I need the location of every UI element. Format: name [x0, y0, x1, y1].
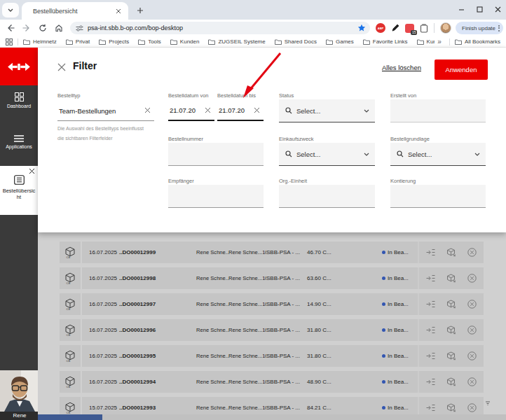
home-button[interactable] — [53, 22, 64, 34]
bookmark-star-icon[interactable] — [357, 24, 366, 32]
bookmark-label: Kunden — [180, 38, 200, 45]
datum-bis-value: 21.07.20 — [217, 106, 251, 114]
browser-tab[interactable]: Bestellübersicht — [22, 2, 128, 20]
bestellnummer-label: Bestellnummer — [168, 136, 203, 142]
reload-button[interactable] — [37, 22, 48, 34]
apply-button[interactable]: Anwenden — [435, 59, 488, 80]
dashboard-icon — [0, 92, 38, 102]
chevron-down-icon — [8, 8, 13, 12]
order-list-icon — [0, 175, 38, 185]
datum-von-field[interactable]: 21.07.20 — [168, 101, 214, 121]
sidebar-item-applications[interactable]: Applications — [0, 135, 38, 149]
folder-icon — [23, 39, 30, 45]
bookmark-label: Shared Docs — [285, 38, 317, 45]
kontierung-field[interactable] — [390, 185, 486, 208]
url-text[interactable]: psa-int.sbb.b-op.com/bop-desktop — [88, 24, 357, 31]
clear-bestelltyp-icon[interactable] — [144, 107, 151, 114]
back-button[interactable] — [5, 22, 16, 34]
einkaufszweck-select[interactable]: Select... — [279, 143, 375, 166]
bookmarks-overflow-chevron[interactable]: » — [437, 38, 442, 46]
bookmark-item[interactable]: Heimnetz — [23, 38, 57, 45]
apps-grid-icon[interactable] — [6, 38, 13, 46]
bestelltyp-hint-1: Die Auswahl des Bestelltyps beeinflusst — [57, 126, 144, 131]
close-tab-icon[interactable] — [29, 168, 36, 175]
clear-all-link[interactable]: Alles löschen — [382, 64, 421, 71]
toolbar-divider — [434, 23, 435, 33]
clear-datum-bis-icon[interactable] — [254, 107, 261, 114]
datum-von-value: 21.07.20 — [168, 106, 202, 114]
erstellt-von-field[interactable] — [390, 99, 486, 122]
folder-icon — [275, 39, 282, 45]
status-placeholder: Select... — [296, 107, 364, 115]
minimize-button[interactable] — [457, 5, 465, 13]
site-settings-icon[interactable] — [76, 25, 83, 31]
bookmark-label: Favorite Links — [373, 38, 408, 45]
empfaenger-field[interactable] — [168, 185, 264, 208]
sbb-logo[interactable] — [0, 48, 38, 85]
browser-menu-icon[interactable] — [498, 25, 500, 31]
bookmark-item[interactable]: Kunden — [170, 38, 200, 45]
browser-toolbar: psa-int.sbb.b-op.com/bop-desktop ABP 15 … — [0, 20, 506, 36]
search-icon — [397, 150, 404, 158]
bookmark-item[interactable]: Kunden Boards — [417, 38, 435, 45]
folder-icon — [363, 39, 370, 45]
maximize-button[interactable] — [475, 5, 484, 13]
bookmarks-divider-2 — [449, 38, 450, 46]
bestellgrundlage-select[interactable]: Select... — [390, 143, 486, 166]
folder-icon — [99, 39, 106, 45]
sbb-logo-icon — [7, 61, 31, 73]
bookmark-items: Heimnetz Privat Projects Tools — [23, 38, 435, 45]
clipboard-extension-icon[interactable] — [420, 24, 428, 33]
folder-icon — [326, 39, 333, 45]
tab-close-icon[interactable] — [114, 7, 123, 15]
sidebar-item-bestelluebersicht[interactable]: Bestellübersicht — [0, 166, 38, 215]
org-einheit-field[interactable] — [279, 185, 375, 208]
forward-button[interactable] — [21, 22, 32, 34]
bookmark-item[interactable]: ZUGSEIL Systeme — [208, 38, 265, 45]
sidebar-item-dashboard[interactable]: Dashboard — [0, 92, 38, 108]
chevron-down-icon — [364, 109, 369, 113]
bookmark-item[interactable]: Tools — [138, 38, 161, 45]
bookmark-label: Tools — [148, 38, 161, 45]
bookmark-label: Heimnetz — [33, 38, 57, 45]
status-select[interactable]: Select... — [279, 99, 375, 122]
address-bar[interactable]: psa-int.sbb.b-op.com/bop-desktop — [70, 22, 370, 34]
clear-datum-von-icon[interactable] — [205, 107, 212, 114]
bookmark-item[interactable]: Shared Docs — [275, 38, 317, 45]
finish-update-label: Finish update — [462, 25, 495, 31]
tab-title: Bestellübersicht — [33, 8, 114, 15]
bookmark-item[interactable]: Favorite Links — [363, 38, 408, 45]
new-tab-button[interactable] — [135, 5, 146, 16]
folder-icon — [208, 39, 215, 45]
folder-icon — [170, 39, 177, 45]
close-filter-icon[interactable] — [57, 63, 67, 72]
bestellgrundlage-label: Bestellgrundlage — [390, 136, 430, 142]
bookmark-item[interactable]: Privat — [66, 38, 90, 45]
pen-extension-icon[interactable] — [391, 24, 399, 32]
extension-badge: 15 — [411, 30, 417, 35]
adblock-extension-icon[interactable]: ABP — [376, 23, 385, 33]
all-bookmarks-button[interactable]: All Bookmarks — [455, 38, 500, 45]
folder-icon — [66, 39, 73, 45]
bestelluebersicht-label: Bestellübersicht — [0, 188, 38, 201]
erstellt-von-label: Erstellt von — [390, 92, 416, 99]
screen: Bestellübersicht psa-int.sbb.b-op.com/bo… — [0, 0, 506, 420]
dashboard-label: Dashboard — [0, 104, 38, 108]
bestelltyp-value: Team-Bestellungen — [57, 107, 142, 115]
finish-update-button[interactable]: Finish update — [456, 22, 503, 34]
tab-search-button[interactable] — [2, 3, 19, 18]
bestelltyp-field[interactable]: Team-Bestellungen — [57, 101, 154, 121]
bookmark-item[interactable]: Projects — [99, 38, 129, 45]
profile-avatar[interactable] — [440, 22, 451, 34]
bestelltyp-hint-2: die sichtbaren Filterfelder — [57, 136, 113, 141]
bookmark-item[interactable]: Games — [326, 38, 354, 45]
einkaufszweck-placeholder: Select... — [296, 150, 364, 158]
folder-icon — [138, 39, 145, 45]
user-name: Rene — [0, 412, 39, 420]
user-photo[interactable] — [0, 370, 39, 412]
close-window-button[interactable] — [493, 5, 502, 13]
password-extension-icon[interactable]: 15 — [405, 24, 414, 33]
bookmark-label: Projects — [109, 38, 129, 45]
bestellnummer-field[interactable] — [168, 143, 264, 166]
search-icon — [285, 107, 292, 114]
